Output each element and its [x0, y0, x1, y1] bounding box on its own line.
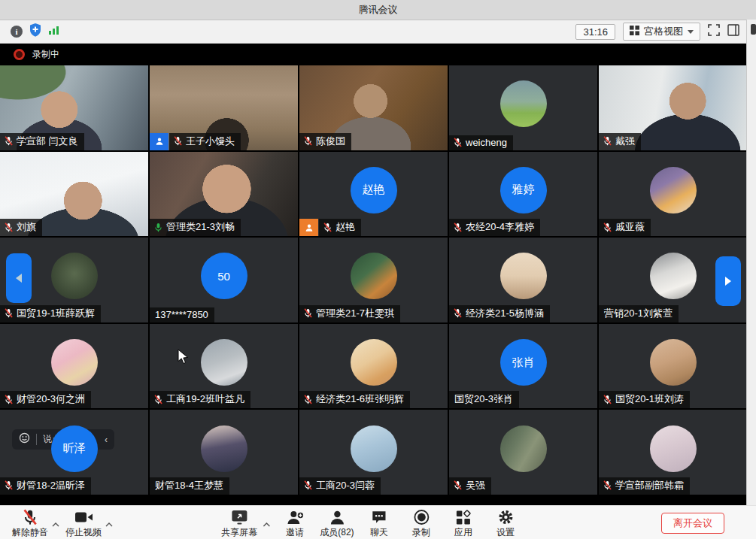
mic-muted-icon: [603, 480, 612, 490]
participant-initials-avatar: 雅婷: [500, 167, 547, 213]
chat-button[interactable]: 聊天: [360, 508, 398, 539]
info-icon[interactable]: i: [11, 26, 23, 38]
participant-name: 吴强: [466, 479, 485, 492]
apps-button[interactable]: 应用: [445, 508, 482, 539]
window-titlebar: 腾讯会议: [0, 0, 756, 20]
meeting-timer: 31:16: [575, 24, 615, 40]
mic-muted-button[interactable]: 解除静音: [11, 508, 50, 539]
participant-tile[interactable]: 工商19-2班叶益凡: [150, 324, 298, 409]
participant-tile[interactable]: 50137****7850: [150, 238, 298, 322]
participant-avatar: [351, 339, 397, 386]
mic-muted-icon: [323, 223, 332, 232]
mouse-cursor: [178, 349, 189, 368]
mic-muted-icon: [4, 395, 14, 404]
participant-tile[interactable]: 经济类21-6班张明辉: [299, 324, 448, 409]
mic-muted-icon: [453, 308, 463, 318]
participant-nametag: 王子小馒头: [169, 133, 241, 150]
participant-nametag: weicheng: [449, 135, 513, 150]
nametag-area: 管理类21-7杜雯琪: [299, 305, 400, 322]
participant-tile[interactable]: 张肖国贸20-3张肖: [449, 324, 597, 409]
mic-muted-icon: [22, 509, 38, 525]
nametag-area: 王子小馒头: [150, 133, 241, 150]
participant-avatar: [650, 253, 697, 300]
nametag-area: 工商19-2班叶益凡: [150, 391, 250, 408]
participant-tile[interactable]: 赵艳赵艳: [299, 152, 448, 237]
participant-nametag: 137****7850: [150, 307, 214, 322]
share-screen-icon: [231, 509, 247, 525]
grid-view-icon: [630, 26, 639, 38]
mic-muted-icon: [4, 308, 14, 318]
participant-nametag: 国贸19-1班薛跃辉: [0, 305, 101, 322]
nametag-area: 财管18-2温昕泽: [0, 477, 91, 495]
participant-tile[interactable]: 戴强: [599, 65, 747, 150]
camera-button[interactable]: 停止视频: [64, 508, 103, 539]
mic-on-icon: [153, 223, 163, 232]
participant-avatar: [51, 253, 98, 300]
participant-tile[interactable]: 吴强: [449, 410, 597, 495]
video-stage: 录制中 学宣部 闫文良王子小馒头陈俊国weicheng戴强刘旗管理类21-3刘畅…: [0, 44, 747, 506]
nametag-area: 陈俊国: [299, 133, 351, 150]
participant-tile[interactable]: 学宣部副部韩霜: [599, 410, 747, 495]
participant-tile[interactable]: 戚亚薇: [599, 152, 747, 237]
nametag-area: 营销20-1刘紫萱: [599, 305, 679, 322]
participant-nametag: 国贸20-3张肖: [449, 391, 519, 408]
bottom-control-bar: 解除静音停止视频 共享屏幕邀请成员(82)聊天录制应用设置 离开会议: [0, 505, 756, 539]
members-button[interactable]: 成员(82): [318, 508, 356, 539]
mic-muted-icon: [603, 136, 612, 146]
participant-tile[interactable]: 国贸20-1班刘涛: [599, 324, 747, 409]
participant-tile[interactable]: 管理类21-7杜雯琪: [299, 238, 448, 322]
record-dot-icon: [14, 49, 25, 60]
network-signal-icon[interactable]: [48, 25, 59, 38]
participant-name: 陈俊国: [316, 135, 345, 148]
participant-tile[interactable]: 王子小馒头: [150, 65, 298, 150]
participant-tile[interactable]: 昕泽说点什么‹财管18-2温昕泽: [0, 410, 148, 495]
participant-name: 经济类21-6班张明辉: [316, 392, 404, 406]
participant-nametag: 学宣部副部韩霜: [599, 477, 690, 495]
nametag-area: weicheng: [449, 135, 513, 150]
nametag-area: 财管20-3何之洲: [0, 391, 91, 408]
participant-tile[interactable]: 雅婷农经20-4李雅婷: [449, 152, 597, 237]
settings-button[interactable]: 设置: [487, 508, 524, 539]
collapse-arrow-icon[interactable]: ‹: [105, 435, 108, 445]
toolbar-button-label: 邀请: [286, 526, 304, 539]
right-arrow-icon: [725, 277, 731, 286]
side-panel-icon[interactable]: [727, 24, 739, 39]
participant-avatar: [650, 167, 697, 213]
participant-tile[interactable]: 管理类21-3刘畅: [150, 152, 298, 237]
mic-muted-icon: [453, 223, 463, 232]
mic-muted-icon: [173, 136, 183, 146]
participant-tile[interactable]: 财管20-3何之洲: [0, 324, 148, 409]
participant-tile[interactable]: 陈俊国: [299, 65, 448, 150]
record-button[interactable]: 录制: [402, 508, 440, 539]
participant-tile[interactable]: 财管18-4王梦慧: [150, 410, 298, 495]
leave-meeting-button[interactable]: 离开会议: [661, 513, 724, 534]
participant-tile[interactable]: weicheng: [449, 65, 597, 150]
invite-button[interactable]: 邀请: [276, 508, 314, 539]
adjacent-window-icon: [751, 24, 756, 35]
participant-tile[interactable]: 学宣部 闫文良: [0, 65, 148, 150]
participant-nametag: 赵艳: [319, 219, 361, 236]
caret-up-icon[interactable]: [50, 515, 61, 531]
participant-tile[interactable]: 工商20-3闫蓉: [299, 410, 448, 495]
caret-up-icon[interactable]: [261, 515, 272, 531]
participant-name: 赵艳: [335, 220, 355, 234]
camera-icon: [74, 509, 93, 525]
chat-icon: [371, 509, 387, 525]
participant-nametag: 吴强: [449, 477, 491, 495]
caret-up-icon[interactable]: [104, 515, 114, 531]
participant-nametag: 工商20-3闫蓉: [299, 477, 381, 495]
next-page-button[interactable]: [715, 256, 741, 306]
nametag-area: 经济类21-5杨博涵: [449, 305, 550, 322]
participant-name: 财管18-4王梦慧: [155, 479, 223, 492]
participant-name: 经济类21-5杨博涵: [466, 307, 544, 320]
participant-tile[interactable]: 刘旗: [0, 152, 148, 237]
smiley-icon[interactable]: [19, 432, 30, 447]
share-screen-button[interactable]: 共享屏幕: [220, 508, 259, 539]
security-shield-icon[interactable]: [29, 23, 41, 40]
participant-nametag: 财管20-3何之洲: [0, 391, 91, 408]
participant-tile[interactable]: 经济类21-5杨博涵: [449, 238, 597, 322]
prev-page-button[interactable]: [6, 253, 32, 303]
nametag-area: 刘旗: [0, 219, 42, 236]
view-mode-button[interactable]: 宫格视图: [623, 23, 700, 41]
fullscreen-icon[interactable]: [708, 24, 720, 39]
